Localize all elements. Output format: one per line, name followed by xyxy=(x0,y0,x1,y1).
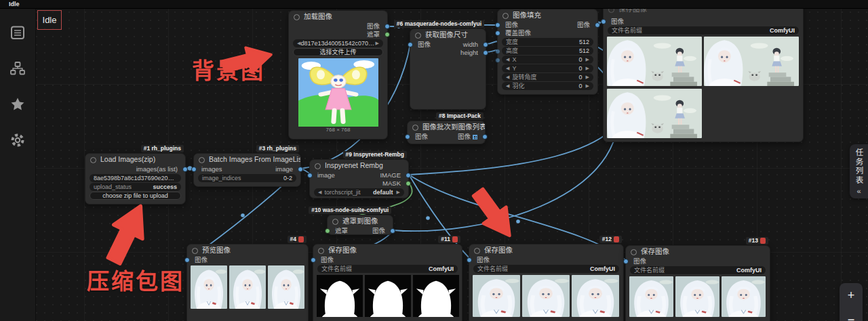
node-save-image-12[interactable]: #12 保存图像 图像 文件名前缀 ComfyUI xyxy=(469,244,624,321)
height-widget[interactable]: 高度 512 xyxy=(502,47,593,55)
mask-thumbnail xyxy=(317,275,363,317)
input-socket-image[interactable] xyxy=(184,257,190,263)
output-row-mask: 遮罩 xyxy=(289,30,387,39)
io-row: 图像 图像 xyxy=(408,133,485,141)
badge-icon xyxy=(614,236,619,242)
input-socket-images[interactable] xyxy=(191,167,197,172)
image-indices-field[interactable]: image_indices 0-2 xyxy=(198,174,296,182)
node-image-fill[interactable]: 图像填充 图像 图像 覆盖图像 宽度 512 高度 512 ◀ X 0 ▶ ◀ … xyxy=(497,9,598,95)
node-save-image-13[interactable]: #13 保存图像 图像 文件名前缀 ComfyUI xyxy=(625,245,770,321)
node-load-image[interactable]: 加载图像 图像 遮罩 ◀ d817e13d40051542c0701a13203… xyxy=(288,10,388,140)
node-title: 图像批次到图像列表 xyxy=(408,121,485,133)
node-title: 保存图像 xyxy=(469,244,623,256)
workflow-icon[interactable] xyxy=(9,60,26,77)
node-title: 保存图像 xyxy=(626,246,770,257)
task-list-label: 任务列表 xyxy=(854,148,865,185)
output-socket-image[interactable] xyxy=(384,24,390,29)
image-size-caption: 768 × 768 xyxy=(289,127,387,133)
output-socket-image[interactable] xyxy=(595,22,600,28)
mask-thumbnail xyxy=(413,275,459,317)
image-thumbnail xyxy=(607,89,702,138)
image-thumbnail xyxy=(191,265,227,309)
input-socket-overlay[interactable] xyxy=(495,30,500,36)
input-socket-image[interactable] xyxy=(307,173,313,178)
list-icon xyxy=(473,135,477,140)
image-thumbnail xyxy=(522,275,570,317)
node-title: 遮罩到图像 xyxy=(328,215,393,227)
y-stepper[interactable]: ◀ Y 0 ▶ xyxy=(502,64,593,72)
output-socket-image[interactable] xyxy=(298,167,303,172)
zip-file-combo[interactable]: 8ae5398b7a8c1d37690e2034ec1909... xyxy=(90,174,181,182)
input-socket-image[interactable] xyxy=(311,257,316,263)
node-graph-canvas[interactable]: 加载图像 图像 遮罩 ◀ d817e13d40051542c0701a13203… xyxy=(0,0,868,321)
image-thumbnail xyxy=(722,276,766,317)
loaded-image-preview xyxy=(298,58,378,127)
io-row: 图像 图像 xyxy=(498,21,597,29)
output-socket-images[interactable] xyxy=(182,167,188,172)
queue-icon[interactable] xyxy=(9,24,26,41)
status-badge[interactable]: Idle xyxy=(37,10,62,30)
zip-annotation-label: 压缩包图 xyxy=(87,270,184,293)
feather-stepper[interactable]: ◀ 羽化 0 ▶ xyxy=(502,82,593,90)
star-icon[interactable] xyxy=(9,96,26,112)
node-badge: #8 Impact-Pack xyxy=(436,112,484,120)
zoom-controls: + − xyxy=(840,283,863,321)
upload-file-button[interactable]: 选择文件上传 xyxy=(293,48,383,56)
filename-prefix-field[interactable]: 文件名前缀 ComfyUI xyxy=(317,265,458,273)
input-socket-width[interactable] xyxy=(495,49,500,54)
input-socket-height[interactable] xyxy=(495,58,500,63)
filename-prefix-field[interactable]: 文件名前缀 ComfyUI xyxy=(473,265,619,273)
width-widget[interactable]: 宽度 512 xyxy=(502,38,593,46)
mask-thumbnail xyxy=(365,275,411,317)
output-socket-height[interactable] xyxy=(483,50,488,56)
io-row: 图像 width xyxy=(410,41,486,49)
input-socket-image[interactable] xyxy=(601,19,606,24)
node-image-batch-to-list[interactable]: #8 Impact-Pack 图像批次到图像列表 图像 图像 xyxy=(407,121,486,144)
node-save-image-top[interactable]: 保存图像 图像 文件名前缀 ComfyUI xyxy=(603,3,804,142)
zoom-in-button[interactable]: + xyxy=(840,285,863,305)
input-socket-image[interactable] xyxy=(495,22,500,28)
badge-icon xyxy=(452,236,458,242)
saved-images xyxy=(469,274,623,318)
node-title: Batch Images From ImageList xyxy=(194,154,300,165)
output-socket-image-list[interactable] xyxy=(482,134,488,140)
filename-prefix-field[interactable]: 文件名前缀 ComfyUI xyxy=(630,266,766,274)
output-socket-width[interactable] xyxy=(483,42,488,47)
node-inspyrenet-rembg[interactable]: #9 Inspyrenet-Rembg Inspyrenet Rembg ima… xyxy=(309,159,409,198)
task-list-tab[interactable]: 任务列表 « xyxy=(850,144,868,198)
x-stepper[interactable]: ◀ X 0 ▶ xyxy=(502,56,593,64)
node-load-images-zip[interactable]: #1 rh_plugins Load Images(zip) images(as… xyxy=(85,153,186,205)
output-socket-image[interactable] xyxy=(390,228,395,234)
choose-zip-button[interactable]: choose zip file to upload xyxy=(90,192,181,200)
node-badge: #1 rh_plugins xyxy=(141,145,184,152)
io-row: image IMAGE xyxy=(310,171,408,179)
zoom-out-button[interactable]: − xyxy=(840,309,863,321)
torchscript-jit-stepper[interactable]: ◀ torchscript_jit default ▶ xyxy=(314,188,404,196)
input-socket-image[interactable] xyxy=(408,42,413,47)
image-file-combo[interactable]: ◀ d817e13d40051542c0701a13203... ▶ xyxy=(293,39,383,47)
output-socket-mask[interactable] xyxy=(406,181,411,186)
input-socket-image[interactable] xyxy=(623,259,629,264)
filename-prefix-field[interactable]: 文件名前缀 ComfyUI xyxy=(608,26,799,35)
input-socket-mask[interactable] xyxy=(325,228,330,234)
gear-icon[interactable] xyxy=(9,132,26,148)
image-thumbnail xyxy=(607,37,702,86)
node-batch-images-from-list[interactable]: #3 rh_plugins Batch Images From ImageLis… xyxy=(193,153,301,187)
saved-images xyxy=(626,275,770,318)
output-row-image: 图像 xyxy=(289,22,387,30)
node-badge: #4 xyxy=(288,236,307,243)
node-title: Load Images(zip) xyxy=(85,154,185,165)
rotation-stepper[interactable]: ◀ 旋转角度 0 ▶ xyxy=(502,73,593,81)
node-preview-image[interactable]: #4 预览图像 图像 xyxy=(186,244,309,321)
node-mask-to-image[interactable]: #10 was-node-suite-comfyui 遮罩到图像 遮罩 图像 xyxy=(327,215,393,235)
input-socket-image[interactable] xyxy=(405,134,410,140)
output-socket-image[interactable] xyxy=(406,173,411,178)
output-socket-mask[interactable] xyxy=(384,32,390,37)
node-save-image-11[interactable]: #11 保存图像 图像 文件名前缀 ComfyUI xyxy=(313,244,462,321)
node-get-image-size[interactable]: #6 masquerade-nodes-comfyui 获取图像尺寸 图像 wi… xyxy=(410,28,486,110)
window-title-bar: Idle xyxy=(0,0,868,9)
zip-arrow xyxy=(100,199,155,268)
upload-status-field[interactable]: upload_status success xyxy=(90,183,181,191)
input-socket-image[interactable] xyxy=(467,257,472,263)
sidebar xyxy=(0,9,36,321)
